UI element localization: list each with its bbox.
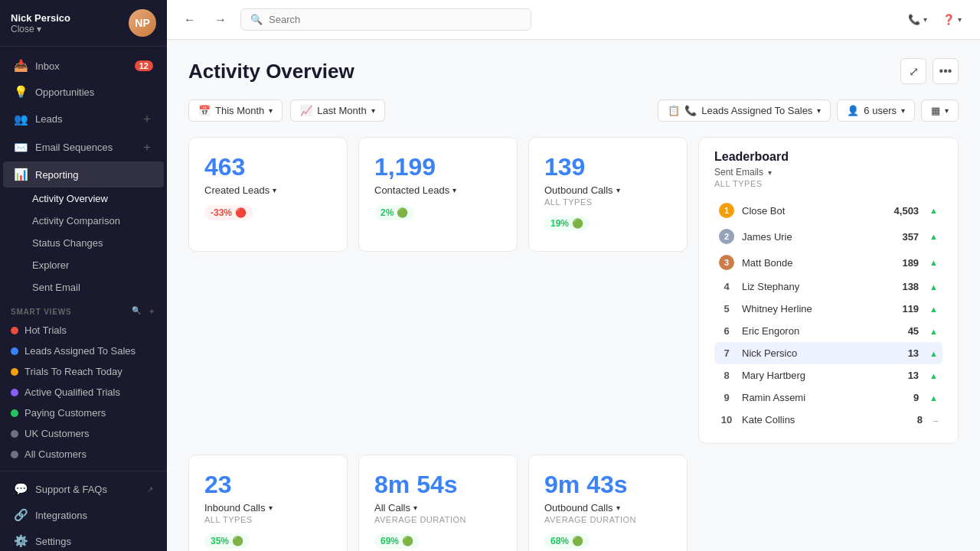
down-indicator: 🔴 <box>235 207 247 218</box>
sidebar-item-reporting[interactable]: 📊 Reporting <box>3 161 164 187</box>
smart-view-paying-customers[interactable]: Paying Customers <box>0 403 167 423</box>
help-button[interactable]: ❓ ▾ <box>936 10 968 29</box>
search-input[interactable] <box>269 14 521 25</box>
sidebar-item-label: Reporting <box>35 169 78 181</box>
users-filter[interactable]: 👤 6 users ▾ <box>837 99 915 122</box>
chevron-down-icon[interactable]: ▾ <box>269 504 273 512</box>
chevron-down-icon[interactable]: ▾ <box>273 186 276 194</box>
metric-value: 139 <box>544 153 671 181</box>
sidebar-sub-item-status-changes[interactable]: Status Changes <box>0 232 167 254</box>
metric-badge: -33% 🔴 <box>204 205 253 220</box>
smart-view-trials-to-reach[interactable]: Trials To Reach Today <box>0 361 167 382</box>
sub-item-label: Status Changes <box>32 237 103 249</box>
sidebar-item-settings[interactable]: ⚙️ Settings <box>3 528 164 551</box>
up-indicator: 🟢 <box>572 536 583 546</box>
leaderboard-row: 9 Ramin Assemi 9 ▲ <box>714 386 942 409</box>
metric-card-outbound-calls-avg: 9m 43s Outbound Calls ▾ AVERAGE DURATION… <box>528 455 688 551</box>
grid-icon: ▦ <box>931 105 940 116</box>
chevron-down-icon: ▾ <box>768 168 772 177</box>
back-button[interactable]: ← <box>179 9 201 31</box>
smart-view-leads-assigned[interactable]: Leads Assigned To Sales <box>0 341 167 361</box>
leaderboard-title: Leaderboard <box>714 150 942 164</box>
metric-label: Inbound Calls ▾ <box>204 502 332 514</box>
smart-view-all-customers[interactable]: All Customers <box>0 444 167 465</box>
opportunities-icon: 💡 <box>14 85 28 99</box>
chevron-down-icon: ▾ <box>371 106 375 115</box>
leaderboard-value: 357 <box>902 231 919 243</box>
add-sequence-icon[interactable]: ＋ <box>141 139 153 155</box>
active-qualified-dot <box>11 389 18 396</box>
smart-view-hot-trials[interactable]: Hot Trials <box>0 320 167 341</box>
trend-icon: ▲ <box>929 258 938 267</box>
sidebar-item-inbox[interactable]: 📥 Inbox 12 <box>3 53 164 79</box>
sidebar-item-integrations[interactable]: 🔗 Integrations <box>3 502 164 528</box>
more-options-button[interactable]: ••• <box>933 58 959 84</box>
sidebar-sub-item-activity-overview[interactable]: Activity Overview <box>0 187 167 210</box>
leaderboard-rank: 3 <box>719 255 734 270</box>
leaderboard-name: Eric Engoron <box>742 325 900 337</box>
main-content: ← → 🔍 📞 ▾ ❓ ▾ Activity Overview ⤢ ••• <box>167 0 980 551</box>
reporting-icon: 📊 <box>14 168 28 181</box>
sidebar-bottom: 💬 Support & FAQs ↗ 🔗 Integrations ⚙️ Set… <box>0 471 167 551</box>
metric-card-outbound-calls: 139 Outbound Calls ▾ ALL TYPES 19% 🟢 <box>528 137 688 252</box>
leads-filter[interactable]: 📋 📞 Leads Assigned To Sales ▾ <box>658 99 831 122</box>
forward-button[interactable]: → <box>210 9 231 31</box>
hot-trials-dot <box>11 327 18 334</box>
integrations-icon: 🔗 <box>14 508 28 522</box>
sub-item-label: Activity Comparison <box>32 215 120 227</box>
settings-icon: ⚙️ <box>14 534 28 548</box>
up-indicator: 🟢 <box>397 207 408 218</box>
metric-value: 9m 43s <box>544 471 671 499</box>
sidebar-item-support[interactable]: 💬 Support & FAQs ↗ <box>3 476 164 502</box>
leaderboard-row: 1 Close Bot 4,503 ▲ <box>714 197 942 223</box>
close-button[interactable]: Close ▾ <box>11 24 70 34</box>
chevron-down-icon[interactable]: ▾ <box>413 504 417 512</box>
chevron-down-icon[interactable]: ▾ <box>616 504 620 512</box>
leaderboard-rank: 8 <box>719 370 734 381</box>
calendar-icon: 📅 <box>198 105 211 116</box>
add-smart-view-icon[interactable]: ＋ <box>148 306 156 317</box>
metric-label: Outbound Calls ▾ <box>544 502 671 514</box>
chevron-down-icon[interactable]: ▾ <box>452 186 456 194</box>
sidebar-sub-item-sent-email[interactable]: Sent Email <box>0 276 167 298</box>
leaderboard-value: 138 <box>902 281 919 292</box>
leaderboard-row: 2 James Urie 357 ▲ <box>714 223 942 249</box>
chevron-down-icon: ▾ <box>37 24 41 34</box>
sub-item-label: Explorer <box>32 259 69 271</box>
sidebar-item-opportunities[interactable]: 💡 Opportunities <box>3 79 164 105</box>
metric-label: Created Leads ▾ <box>204 184 332 196</box>
sidebar-item-email-sequences[interactable]: ✉️ Email Sequences ＋ <box>3 133 164 161</box>
email-sequences-icon: ✉️ <box>14 141 28 155</box>
trend-icon: 📈 <box>300 105 312 116</box>
search-icon[interactable]: 🔍 <box>132 306 142 317</box>
leaderboard-filter[interactable]: Sent Emails ▾ <box>714 167 942 178</box>
this-month-filter[interactable]: 📅 This Month ▾ <box>188 99 283 122</box>
trend-icon: ▲ <box>929 371 938 380</box>
topbar: ← → 🔍 📞 ▾ ❓ ▾ <box>167 0 980 40</box>
add-lead-icon[interactable]: ＋ <box>141 111 153 127</box>
sub-item-label: Sent Email <box>32 282 80 293</box>
metric-badge: 35% 🟢 <box>204 533 250 549</box>
leaderboard-name: Mary Hartberg <box>742 370 900 381</box>
header-actions: ⤢ ••• <box>900 58 959 84</box>
leaderboard-rows: 1 Close Bot 4,503 ▲ 2 James Urie 357 ▲ 3… <box>714 197 942 431</box>
smart-view-uk-customers[interactable]: UK Customers <box>0 423 167 444</box>
sidebar: Nick Persico Close ▾ NP 📥 Inbox 12 💡 Opp… <box>0 0 167 551</box>
leaderboard-value: 119 <box>902 303 919 315</box>
leaderboard-name: Whitney Herline <box>742 303 894 315</box>
view-toggle-button[interactable]: ▦ ▾ <box>921 99 959 122</box>
last-month-filter[interactable]: 📈 Last Month ▾ <box>290 99 384 122</box>
sidebar-item-leads[interactable]: 👥 Leads ＋ <box>3 105 164 133</box>
chevron-down-icon[interactable]: ▾ <box>616 186 620 194</box>
leaderboard-rank: 7 <box>719 347 734 359</box>
expand-button[interactable]: ⤢ <box>900 58 926 84</box>
phone-sub-icon: 📞 <box>684 105 697 116</box>
sidebar-sub-item-explorer[interactable]: Explorer <box>0 254 167 276</box>
trend-icon: ▲ <box>929 327 938 336</box>
smart-view-active-qualified[interactable]: Active Qualified Trials <box>0 382 167 403</box>
sidebar-sub-item-activity-comparison[interactable]: Activity Comparison <box>0 210 167 232</box>
inbox-icon: 📥 <box>14 59 28 73</box>
metric-card-all-calls: 8m 54s All Calls ▾ AVERAGE DURATION 69% … <box>358 455 518 551</box>
chevron-down-icon: ▾ <box>901 106 905 115</box>
phone-button[interactable]: 📞 ▾ <box>902 10 933 29</box>
